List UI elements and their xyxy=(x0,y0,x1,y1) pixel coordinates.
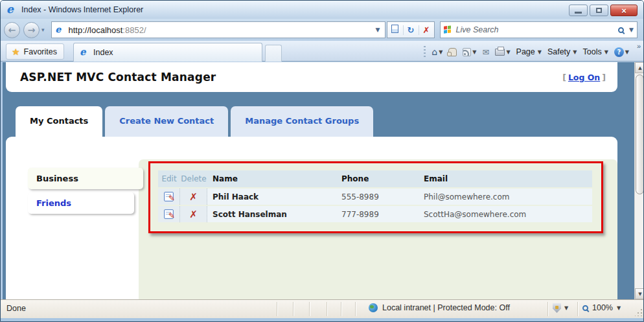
site-header: ASP.NET MVC Contact Manager [Log On] xyxy=(6,62,617,92)
search-box[interactable]: Live Search ▼ xyxy=(440,21,638,38)
contact-phone: 777-8989 xyxy=(336,206,419,222)
logon-area: [Log On] xyxy=(562,73,606,82)
security-zone: Local intranet | Protected Mode: Off xyxy=(369,303,510,312)
tab-create-new-contact[interactable]: Create New Contact xyxy=(105,106,228,137)
window-bottom-border xyxy=(1,318,644,322)
contact-name: Scott Hanselman xyxy=(207,206,336,222)
home-button[interactable]: ⌂▼ xyxy=(431,47,443,57)
back-button[interactable]: ← xyxy=(4,22,20,38)
url-text[interactable]: http://localhost:8852/ xyxy=(69,25,374,35)
recent-pages-dropdown-icon[interactable]: ▾ xyxy=(41,27,45,33)
page-menu[interactable]: Page▼ xyxy=(516,47,542,56)
search-dropdown-icon[interactable]: ▼ xyxy=(629,27,634,33)
help-button[interactable]: ?▼ xyxy=(614,47,629,57)
vertical-scrollbar[interactable]: ▲ ▼ xyxy=(634,62,644,299)
group-item-business[interactable]: Business xyxy=(28,168,143,189)
zoom-magnifier-icon xyxy=(582,305,588,311)
zoom-level: 100% xyxy=(592,303,613,312)
rss-icon xyxy=(463,48,471,56)
star-icon: ★ xyxy=(12,47,20,57)
refresh-button[interactable]: ↻ xyxy=(403,25,419,35)
maximize-button[interactable] xyxy=(590,5,608,16)
printer-icon xyxy=(495,49,505,56)
tools-menu[interactable]: Tools▼ xyxy=(583,47,608,56)
scroll-up-button[interactable]: ▲ xyxy=(635,62,644,73)
print-button[interactable]: ▼ xyxy=(495,49,510,56)
contact-phone: 555-8989 xyxy=(336,189,419,205)
intranet-globe-icon xyxy=(369,303,378,312)
search-placeholder[interactable]: Live Search xyxy=(456,25,619,34)
site-tabs: My Contacts Create New Contact Manage Co… xyxy=(16,106,373,137)
close-button[interactable]: × xyxy=(610,5,638,16)
site-icon: e xyxy=(55,26,63,34)
scrollbar-thumb[interactable] xyxy=(636,75,644,194)
phone-column-header: Phone xyxy=(336,170,419,187)
favorites-label: Favorites xyxy=(24,47,57,56)
logon-link[interactable]: Log On xyxy=(568,73,600,82)
address-dropdown-icon[interactable]: ▼ xyxy=(374,27,382,33)
resize-grip[interactable] xyxy=(635,308,643,316)
edit-icon[interactable] xyxy=(164,209,174,219)
compatibility-view-button[interactable] xyxy=(387,25,403,35)
tab-favicon: e xyxy=(80,48,89,57)
contact-email: ScottHa@somewhere.com xyxy=(419,206,592,222)
name-column-header: Name xyxy=(207,170,336,187)
zoom-control[interactable]: 100% ▼ xyxy=(582,303,621,312)
email-column-header: Email xyxy=(419,170,592,187)
read-mail-button[interactable]: ✉ xyxy=(482,47,489,57)
edit-column-header: Edit xyxy=(158,170,180,187)
address-bar: ← → ▾ e http://localhost:8852/ ▼ ↻ ✗ Liv… xyxy=(1,19,643,41)
contact-email: Phil@somewhere.com xyxy=(419,189,592,205)
content-panel: Business Friends Edit Delete Name Phone … xyxy=(6,137,617,299)
contact-name: Phil Haack xyxy=(207,189,336,205)
table-header-row: Edit Delete Name Phone Email xyxy=(158,170,592,187)
address-field[interactable]: e http://localhost:8852/ ▼ xyxy=(51,21,385,38)
feeds-button[interactable]: ▼ xyxy=(463,48,476,56)
page-viewport: ASP.NET MVC Contact Manager [Log On] My … xyxy=(1,62,644,299)
live-search-icon xyxy=(444,25,452,34)
delete-icon[interactable]: ✗ xyxy=(189,209,198,220)
command-bar: ⌂▼ ▼ ✉ ▼ Page▼ Safety▼ Tools▼ ?▼ xyxy=(424,43,629,60)
title-bar: e Index - Windows Internet Explorer × xyxy=(1,1,643,19)
search-magnifier-icon[interactable] xyxy=(618,27,624,33)
minimize-button[interactable] xyxy=(569,5,588,16)
browser-window: e Index - Windows Internet Explorer × ← … xyxy=(0,0,644,322)
toolbar-grip xyxy=(424,46,426,58)
help-icon: ? xyxy=(614,47,624,57)
forward-button[interactable]: → xyxy=(23,22,40,38)
edit-icon[interactable] xyxy=(164,192,174,201)
ie-icon: e xyxy=(6,5,17,15)
tab-title: Index xyxy=(93,48,113,57)
stop-button[interactable]: ✗ xyxy=(419,25,434,35)
group-item-friends[interactable]: Friends xyxy=(28,192,134,214)
table-row: ✗ Phil Haack 555-8989 Phil@somewhere.com xyxy=(158,189,592,205)
zone-text: Local intranet | Protected Mode: Off xyxy=(382,303,510,312)
safety-menu[interactable]: Safety▼ xyxy=(547,47,577,56)
shield-icon xyxy=(553,303,561,313)
select-hand-button[interactable] xyxy=(448,48,457,56)
browser-tab-index[interactable]: e Index xyxy=(73,43,262,62)
contacts-table: Edit Delete Name Phone Email ✗ Phil Haac… xyxy=(158,170,592,222)
scroll-down-button[interactable]: ▼ xyxy=(635,288,644,299)
tab-manage-contact-groups[interactable]: Manage Contact Groups xyxy=(231,106,373,137)
window-title: Index - Windows Internet Explorer xyxy=(21,5,143,14)
status-bar: Done Local intranet | Protected Mode: Of… xyxy=(1,299,644,318)
delete-icon[interactable]: ✗ xyxy=(189,191,198,203)
page-title: ASP.NET MVC Contact Manager xyxy=(20,71,216,84)
favorites-button[interactable]: ★ Favorites xyxy=(6,43,64,60)
new-tab-button[interactable] xyxy=(265,45,282,62)
tab-my-contacts[interactable]: My Contacts xyxy=(16,106,102,137)
toolbar-overflow-icon[interactable]: » xyxy=(637,42,641,50)
hand-icon xyxy=(448,48,457,56)
status-text: Done xyxy=(6,304,26,313)
table-row: ✗ Scott Hanselman 777-8989 ScottHa@somew… xyxy=(158,206,592,222)
protected-mode-control[interactable]: ▼ xyxy=(553,303,568,313)
annotation-red-box: Edit Delete Name Phone Email ✗ Phil Haac… xyxy=(148,161,603,233)
favorites-bar: ★ Favorites e Index ⌂▼ ▼ ✉ ▼ Page▼ Safet… xyxy=(1,41,643,62)
delete-column-header: Delete xyxy=(180,170,207,187)
